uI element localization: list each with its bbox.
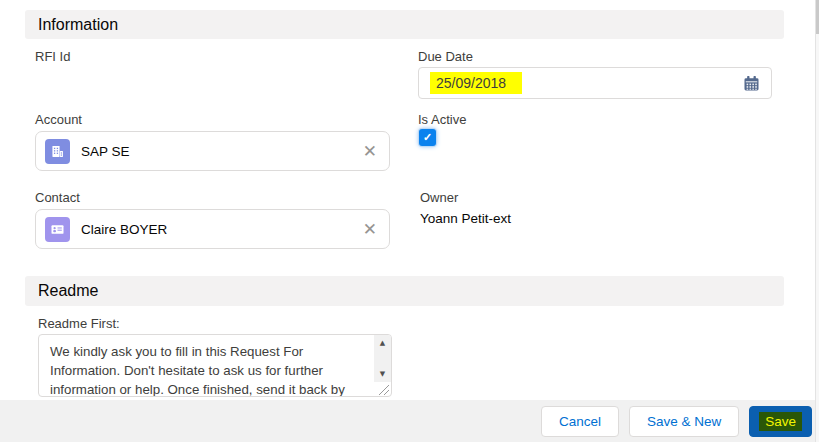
readme-section-header: Readme	[25, 276, 784, 306]
due-date-label: Due Date	[418, 49, 473, 64]
readme-first-label: Readme First:	[38, 316, 120, 331]
contact-card-icon	[45, 217, 70, 242]
due-date-value[interactable]: 25/09/2018	[430, 72, 522, 94]
scroll-up-icon[interactable]: ▲	[374, 336, 391, 350]
save-button-label: Save	[759, 412, 802, 431]
save-and-new-button[interactable]: Save & New	[629, 406, 739, 437]
readme-first-value[interactable]: We kindly ask you to fill in this Reques…	[39, 335, 374, 396]
is-active-checkbox[interactable]: ✓	[419, 129, 436, 146]
account-lookup-pill[interactable]: SAP SE ✕	[35, 131, 390, 171]
action-bar: Cancel Save & New Save	[0, 400, 819, 442]
save-button[interactable]: Save	[749, 406, 812, 437]
information-section-header: Information	[25, 10, 784, 39]
calendar-icon[interactable]	[743, 75, 760, 92]
building-icon	[45, 139, 70, 164]
is-active-label: Is Active	[418, 112, 466, 127]
readme-section-title: Readme	[38, 282, 98, 300]
rfi-id-label: RFI Id	[35, 49, 70, 64]
scroll-down-icon[interactable]: ▼	[374, 367, 391, 381]
contact-lookup-pill[interactable]: Claire BOYER ✕	[35, 209, 390, 249]
information-section-title: Information	[38, 16, 118, 34]
page-scrollbar[interactable]	[815, 0, 819, 442]
contact-remove-icon[interactable]: ✕	[363, 221, 377, 238]
owner-label: Owner	[420, 190, 458, 205]
account-label: Account	[35, 112, 82, 127]
contact-value: Claire BOYER	[81, 222, 363, 237]
account-value: SAP SE	[81, 144, 363, 159]
resize-grip-icon[interactable]	[377, 382, 390, 395]
readme-first-textarea[interactable]: We kindly ask you to fill in this Reques…	[38, 334, 392, 397]
record-edit-form: { "glyphs": { "close": "✕", "check": "✓"…	[0, 0, 819, 442]
account-remove-icon[interactable]: ✕	[363, 143, 377, 160]
textarea-scrollbar[interactable]: ▲ ▼	[374, 335, 391, 382]
contact-label: Contact	[35, 190, 80, 205]
checkmark-icon: ✓	[423, 131, 432, 144]
cancel-button[interactable]: Cancel	[541, 406, 619, 437]
owner-value: Yoann Petit-ext	[420, 211, 511, 226]
due-date-input[interactable]: 25/09/2018	[418, 67, 772, 99]
